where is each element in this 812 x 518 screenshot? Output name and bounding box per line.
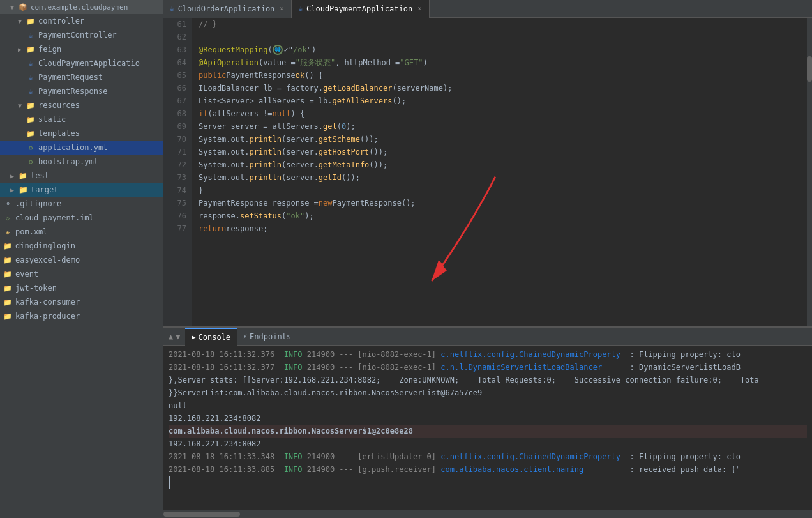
sidebar-item-label: CloudPaymentApplicatio [38,59,140,68]
line-num-77: 77 [163,222,186,235]
sidebar-item-label: application.yml [38,143,107,152]
code-line-73: System .out. println (server. getId ()); [199,171,807,184]
line-num-72: 72 [163,158,186,171]
java-icon: ☕ [26,30,36,40]
sidebar-item-label: target [31,185,58,194]
chevron-icon: ▼ [10,4,17,11]
code-editor[interactable]: 61 62 63 64 65 ▶ 66 67 68 [163,18,812,326]
tab-label: Console [199,333,231,342]
code-line-64: @ApiOperation (value = "服务状态" , httpMeth… [199,56,807,69]
tab-label: CloudPaymentApplication [306,4,412,13]
bottom-scrollbar[interactable] [163,510,812,518]
console-line-1: 2021-08-18 16:11:32.376 INFO 214900 --- … [169,348,807,361]
sidebar-item-cloud-payment-app[interactable]: ☕ CloudPaymentApplicatio [0,56,163,70]
sidebar-item-label: pom.xml [15,227,48,236]
tab-cloud-order[interactable]: ☕ CloudOrderApplication × [163,0,292,18]
bottom-tabs: ▲ ▼ ▶ Console ⚡ Endpoints [163,328,812,346]
sidebar-item-kafka-producer[interactable]: 📁 kafka-producer [0,309,163,323]
line-num-76: 76 [163,209,186,222]
chevron-icon: ▼ [18,18,24,25]
sidebar-item-target[interactable]: ▶ 📁 target [0,183,163,197]
sidebar-item-feign[interactable]: ▶ 📁 feign [0,42,163,56]
code-lines[interactable]: // } @RequestMapping ( 🌐 ✓" [192,18,807,326]
sidebar-item-payment-response[interactable]: ☕ PaymentResponse [0,84,163,98]
sidebar-item-static[interactable]: 📁 static [0,112,163,126]
sidebar-item-resources[interactable]: ▼ 📁 resources [0,98,163,112]
sidebar-item-label: PaymentRequest [38,73,103,82]
tab-close-cloud-order[interactable]: × [278,5,285,12]
sidebar-item-com-package[interactable]: ▼ 📦 com.example.cloudpaymen [0,0,163,14]
main-container: ▼ 📦 com.example.cloudpaymen ▼ 📁 controll… [0,0,812,518]
sidebar-item-controller[interactable]: ▼ 📁 controller [0,14,163,28]
scrollbar-thumb-h[interactable] [163,512,240,517]
sidebar-item-label: kafka-producer [15,312,80,321]
line-num-64: 64 [163,56,186,69]
folder-icon: 📁 [26,44,36,54]
tab-icon-cloud-order: ☕ [170,4,174,13]
scroll-up-btn[interactable]: ▲ [169,332,173,341]
sidebar-item-easyexcel-demo[interactable]: 📁 easyexcel-demo [0,253,163,267]
console-line-7-nacos: com.alibaba.cloud.nacos.ribbon.NacosServ… [169,425,807,438]
sidebar-item-event[interactable]: 📁 event [0,267,163,281]
code-line-70: System .out. println (server. getScheme … [199,133,807,146]
code-line-61: // } [199,18,807,31]
scroll-down-btn[interactable]: ▼ [176,332,180,341]
sidebar-item-label: cloud-payment.iml [15,213,94,222]
folder-icon: 📁 [3,297,13,307]
sidebar-item-label: test [31,171,49,180]
line-num-61: 61 [163,18,186,31]
console-content[interactable]: 2021-08-18 16:11:32.376 INFO 214900 --- … [163,346,812,510]
sidebar-item-payment-controller[interactable]: ☕ PaymentController [0,28,163,42]
sidebar-item-jwt-token[interactable]: 📁 jwt-token [0,281,163,295]
iml-icon: ◇ [3,213,13,223]
sidebar-item-pom-xml[interactable]: ◈ pom.xml [0,225,163,239]
line-num-66: 66 [163,82,186,95]
line-num-73: 73 [163,171,186,184]
sidebar-item-application-yml[interactable]: ⚙ application.yml [0,141,163,155]
scrollbar-thumb[interactable] [807,56,812,82]
sidebar-item-kafka-consumer[interactable]: 📁 kafka-consumer [0,295,163,309]
sidebar-item-payment-request[interactable]: ☕ PaymentRequest [0,70,163,84]
folder-icon: 📁 [18,185,28,195]
sidebar-item-label: event [15,270,38,278]
sidebar-item-bootstrap-yml[interactable]: ⚙ bootstrap.yml [0,155,163,169]
line-num-74: 74 [163,184,186,197]
folder-icon: 📁 [26,16,36,26]
line-num-63: 63 [163,43,186,56]
chevron-icon: ▶ [18,46,24,53]
sidebar-item-dingdinglogin[interactable]: 📁 dingdinglogin [0,239,163,253]
console-line-6-ip: 192.168.221.234:8082 [169,412,807,425]
chevron-icon: ▶ [10,172,17,179]
code-line-68: if (allServers != null ) { [199,107,807,120]
code-line-76: response. setStatus ( "ok" ); [199,209,807,222]
sidebar-item-label: resources [38,101,80,110]
editor-area: ☕ CloudOrderApplication × ☕ CloudPayment… [163,0,812,518]
code-line-74: } [199,184,807,197]
line-num-67: 67 [163,95,186,107]
folder-icon: 📁 [26,114,36,125]
line-num-71: 71 [163,146,186,158]
folder-icon: 📁 [3,311,13,321]
code-editor-container: 61 62 63 64 65 ▶ 66 67 68 [163,18,812,326]
git-icon: ⚬ [3,199,13,209]
sidebar-item-label: dingdinglogin [15,241,75,250]
console-icon: ▶ [192,333,195,340]
folder-icon: 📁 [3,241,13,251]
sidebar-item-cloud-payment-iml[interactable]: ◇ cloud-payment.iml [0,211,163,225]
console-line-8-ip2: 192.168.221.234:8082 [169,438,807,450]
scrollbar-track [163,512,812,517]
vertical-scrollbar[interactable] [807,18,812,326]
line-num-65: 65 ▶ [163,69,186,82]
sidebar-item-templates[interactable]: 📁 templates [0,126,163,141]
endpoints-tab[interactable]: ⚡ Endpoints [237,328,297,346]
globe-icon: 🌐 [273,45,283,55]
sidebar-item-test[interactable]: ▶ 📁 test [0,169,163,183]
yaml-icon: ⚙ [26,142,36,153]
line-num-70: 70 [163,133,186,146]
tab-cloud-payment[interactable]: ☕ CloudPaymentApplication × [292,0,430,18]
sidebar-item-label: static [38,115,66,124]
sidebar-item-gitignore[interactable]: ⚬ .gitignore [0,197,163,211]
console-tab[interactable]: ▶ Console [185,328,237,346]
sidebar-item-label: jwt-token [15,284,57,293]
tab-close-cloud-payment[interactable]: × [416,5,423,12]
